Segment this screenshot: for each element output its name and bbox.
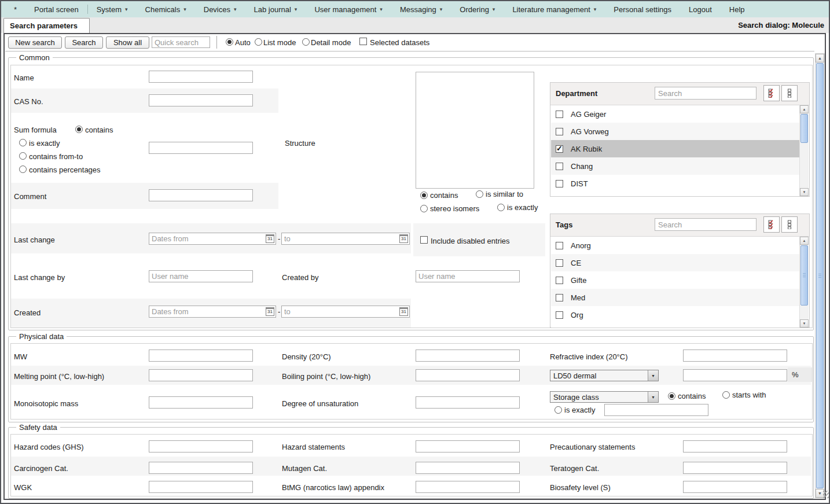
tags-item-checkbox[interactable] [556,242,563,249]
include-disabled-checkbox[interactable] [420,236,428,244]
tags-scrollbar[interactable]: ▲ ▼ [799,237,809,328]
tags-item-checkbox[interactable] [556,259,563,267]
structure-exact-radio[interactable] [497,204,505,211]
sum-fromto-radio[interactable] [19,152,27,160]
show-all-button[interactable]: Show all [106,36,149,49]
calendar-icon[interactable]: 31 [399,234,408,243]
menu-item-logout[interactable]: Logout [680,5,721,14]
menu-item-ordering[interactable]: Ordering▾ [451,5,504,14]
mode-list-radio[interactable] [255,38,262,46]
mode-auto-radio[interactable] [226,38,233,46]
boiling-input[interactable] [416,369,520,381]
tags-item[interactable]: Anorg [551,237,800,254]
tags-item-checkbox[interactable] [556,311,563,319]
scroll-down-button[interactable]: ▼ [800,319,809,328]
menu-item-lab-journal[interactable]: Lab journal▾ [245,5,306,14]
check-all-button[interactable] [763,85,780,101]
scrollbar-thumb[interactable] [800,114,808,143]
scroll-up-button[interactable]: ▲ [816,54,824,62]
refractive-input[interactable] [683,350,787,362]
scroll-down-button[interactable]: ▼ [800,188,809,196]
tags-item[interactable]: Gifte [551,271,800,289]
ld50-type-select[interactable]: LD50 dermal ▼ [550,370,659,381]
unsaturation-input[interactable] [416,396,520,409]
safety-field-input[interactable] [416,440,520,453]
dropdown-arrow-icon[interactable]: ▼ [648,392,658,402]
tab-search-parameters[interactable]: Search parameters [3,18,90,33]
scrollbar-thumb[interactable] [816,63,824,488]
safety-field-input[interactable] [416,481,520,493]
scroll-up-button[interactable]: ▲ [800,105,809,113]
menu-item-user-management[interactable]: User management▾ [306,5,391,14]
quick-search-input[interactable] [152,36,210,48]
resize-grip[interactable] [823,491,829,498]
department-item-checkbox[interactable] [556,163,563,170]
safety-field-input[interactable] [683,440,787,453]
uncheck-all-button[interactable] [781,85,798,101]
created-to-input[interactable] [282,306,401,317]
calendar-icon[interactable]: 31 [266,307,274,316]
menu-item-literature-management[interactable]: Literature management▾ [504,5,605,14]
structure-stereo-radio[interactable] [420,205,428,212]
department-item-checkbox[interactable] [556,180,563,187]
tags-item[interactable]: CE [551,254,800,271]
monoisotopic-input[interactable] [149,396,253,409]
dropdown-arrow-icon[interactable]: ▼ [648,370,658,381]
storage-exactly-radio[interactable] [554,406,562,414]
calendar-icon[interactable]: 31 [399,307,408,316]
menu-item-help[interactable]: Help [721,5,754,14]
safety-field-input[interactable] [149,462,253,474]
ld50-input[interactable] [683,369,787,381]
department-item[interactable]: AG Geiger [551,105,800,123]
mode-detail-radio[interactable] [302,38,310,46]
created-to-field[interactable]: 31 [281,306,410,318]
department-item-checkbox[interactable] [556,111,563,118]
tags-search-input[interactable] [655,218,756,231]
sum-contains-radio[interactable] [75,126,83,133]
menu-item-star[interactable]: * [1,5,25,14]
melting-input[interactable] [149,369,253,381]
uncheck-all-button[interactable] [781,216,798,233]
scrollbar-thumb[interactable] [800,245,808,306]
last-change-by-input[interactable] [149,270,253,282]
mw-input[interactable] [149,350,253,362]
safety-field-input[interactable] [683,462,787,474]
comment-input[interactable] [149,189,253,201]
safety-field-input[interactable] [683,481,787,493]
menu-item-chemicals[interactable]: Chemicals▾ [137,5,195,14]
department-item[interactable]: AK Rubik [551,140,800,157]
new-search-button[interactable]: New search [8,36,62,49]
name-input[interactable] [149,71,253,83]
cas-input[interactable] [149,94,253,106]
menu-item-system[interactable]: System▾ [88,5,137,14]
last-change-from-input[interactable] [149,233,267,244]
sum-exactly-radio[interactable] [19,139,27,146]
department-item[interactable]: DIST [551,175,800,192]
tags-item[interactable]: Org [551,306,800,323]
storage-startswith-radio[interactable] [722,391,730,399]
sum-percent-radio[interactable] [19,165,27,173]
tags-item-checkbox[interactable] [556,277,563,284]
storage-class-input[interactable] [604,404,708,416]
structure-contains-radio[interactable] [420,192,428,199]
menu-item-portal-screen[interactable]: Portal screen [25,5,87,14]
department-search-input[interactable] [655,87,756,100]
menu-item-personal-settings[interactable]: Personal settings [605,5,680,14]
last-change-to-field[interactable]: 31 [281,233,410,245]
last-change-from-field[interactable]: 31 [149,233,276,245]
calendar-icon[interactable]: 31 [266,234,274,243]
safety-field-input[interactable] [149,440,253,453]
tags-item-checkbox[interactable] [556,294,563,301]
structure-similar-radio[interactable] [476,190,483,198]
scroll-up-button[interactable]: ▲ [800,237,809,245]
menu-item-devices[interactable]: Devices▾ [195,5,245,14]
department-scrollbar[interactable]: ▲ ▼ [799,105,809,196]
structure-editor-area[interactable] [416,72,534,189]
sum-formula-input[interactable] [149,142,253,154]
search-button[interactable]: Search [65,36,103,49]
main-scrollbar[interactable]: ▲ ▼ [815,53,825,498]
created-from-input[interactable] [149,306,267,317]
last-change-to-input[interactable] [282,233,401,244]
department-item-checkbox[interactable] [556,128,563,135]
menu-item-messaging[interactable]: Messaging▾ [391,5,451,14]
